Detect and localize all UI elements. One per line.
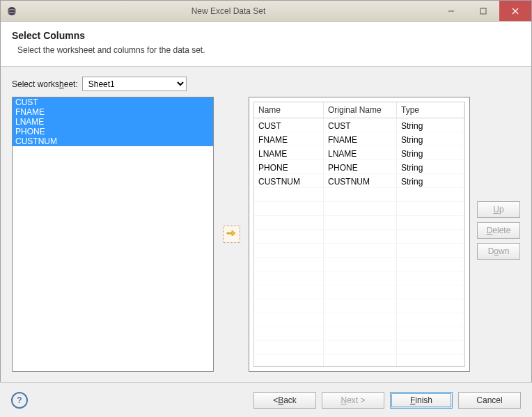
help-icon[interactable]: ? [11,392,28,409]
col-name-header[interactable]: Name [254,102,324,118]
arrow-right-icon [226,229,236,239]
list-item[interactable]: PHONE [13,127,213,136]
table-row[interactable]: FNAMEFNAMEString [254,132,464,146]
worksheet-select[interactable]: Sheet1 [82,77,187,91]
svg-rect-3 [480,8,486,14]
maximize-button[interactable] [467,1,499,21]
finish-button[interactable]: Finish [390,392,453,409]
delete-button[interactable]: Delete [477,222,520,239]
table-row[interactable]: LNAMELNAMEString [254,146,464,160]
source-columns-list[interactable]: CUST FNAME LNAME PHONE CUSTNUM [12,97,214,372]
table-row[interactable]: CUSTNUMCUSTNUMString [254,174,464,188]
add-column-button[interactable] [223,226,240,243]
eclipse-icon [6,6,17,17]
list-item[interactable]: CUST [13,97,213,107]
wizard-header: Select Columns Select the worksheet and … [1,22,531,67]
down-button[interactable]: Down [477,243,520,260]
close-button[interactable] [499,1,531,21]
col-original-header[interactable]: Original Name [324,102,397,118]
table-row[interactable]: PHONEPHONEString [254,160,464,174]
table-row[interactable]: CUSTCUSTString [254,118,464,132]
list-item[interactable]: CUSTNUM [13,136,213,146]
wizard-footer: ? < Back Next > Finish Cancel [0,382,532,417]
titlebar: New Excel Data Set [1,1,531,22]
empty-grid [254,188,464,367]
table-header: Name Original Name Type [254,102,464,118]
list-item[interactable]: FNAME [13,107,213,117]
cancel-button[interactable]: Cancel [458,392,521,409]
svg-point-0 [8,7,16,15]
list-item[interactable]: LNAME [13,117,213,127]
next-button[interactable]: Next > [322,392,384,409]
col-type-header[interactable]: Type [397,102,464,118]
window-title: New Excel Data Set [22,6,435,16]
page-subtitle: Select the worksheet and columns for the… [12,45,520,55]
page-title: Select Columns [12,30,520,41]
up-button[interactable]: Up [477,201,520,218]
worksheet-label: Select worksheet: [12,79,78,89]
minimize-button[interactable] [435,1,467,21]
back-button[interactable]: < Back [253,392,316,409]
selected-columns-table[interactable]: Name Original Name Type CUSTCUSTString F… [249,97,470,372]
